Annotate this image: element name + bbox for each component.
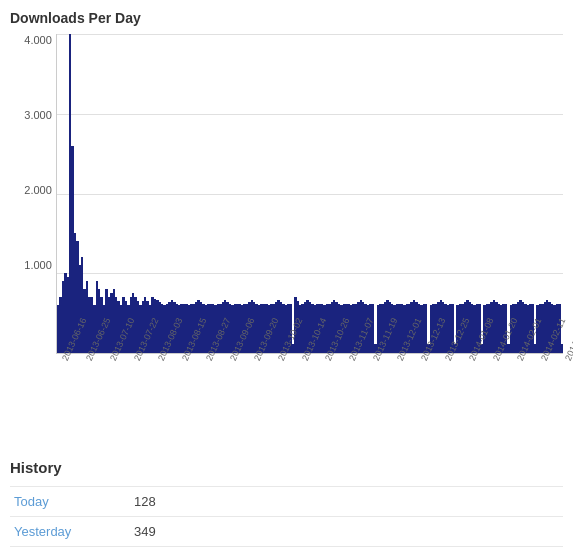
history-label: Last Week: [10, 547, 130, 553]
chart-section: Downloads Per Day 4.000 3.000 2.000 1.00…: [0, 0, 573, 439]
x-axis: 2013-06-162013-06-252013-07-102013-07-22…: [60, 354, 563, 439]
y-label-2000: 2.000: [24, 184, 52, 196]
bar-chart: [56, 34, 563, 354]
history-title: History: [10, 459, 563, 476]
chart-title: Downloads Per Day: [10, 10, 563, 26]
bar: [561, 344, 563, 353]
history-row: Yesterday349: [10, 517, 563, 547]
y-label-4000: 4.000: [24, 34, 52, 46]
history-section: History Today128Yesterday349Last Week2,4…: [0, 439, 573, 552]
bars-area: [57, 34, 563, 353]
history-label: Yesterday: [10, 517, 130, 547]
history-row: Last Week2,492: [10, 547, 563, 553]
y-label-3000: 3.000: [24, 109, 52, 121]
history-table: Today128Yesterday349Last Week2,492All Ti…: [10, 486, 563, 552]
y-label-1000: 1.000: [24, 259, 52, 271]
history-value: 349: [130, 517, 563, 547]
history-row: Today128: [10, 487, 563, 517]
history-label: Today: [10, 487, 130, 517]
history-value: 2,492: [130, 547, 563, 553]
history-value: 128: [130, 487, 563, 517]
